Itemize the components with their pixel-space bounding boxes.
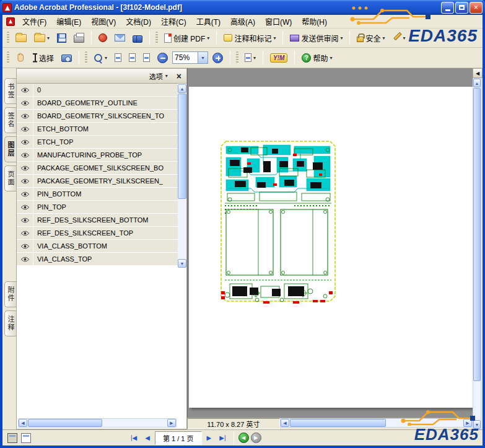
scroll-down-icon[interactable]: ▼ bbox=[178, 259, 186, 268]
document-window-icon[interactable] bbox=[6, 17, 15, 26]
layer-row[interactable]: REF_DES_SILKSCREEN_TOP bbox=[17, 227, 178, 240]
page-number-indicator[interactable]: 第 1 / 1 页 bbox=[155, 431, 202, 445]
layer-row[interactable]: BOARD_GEOMETRY_OUTLINE bbox=[17, 97, 178, 110]
send-review-button[interactable]: 发送供审阅 ▾ bbox=[287, 31, 346, 45]
collapse-pane-button[interactable]: ◀ bbox=[473, 68, 483, 78]
previous-view-button[interactable]: ◀ bbox=[238, 433, 249, 443]
layer-visibility-toggle[interactable] bbox=[17, 149, 33, 161]
sidebar-tab-attachments[interactable]: 附件 bbox=[4, 281, 16, 307]
layer-row[interactable]: PIN_TOP bbox=[17, 201, 178, 214]
toolbar-grip[interactable] bbox=[7, 32, 9, 44]
layer-row[interactable]: MANUFACTURING_PROBE_TOP bbox=[17, 149, 178, 162]
layer-row[interactable]: PACKAGE_GEOMETRY_SILKSCREEN_ bbox=[17, 175, 178, 188]
layer-visibility-toggle[interactable] bbox=[17, 214, 33, 226]
layer-visibility-toggle[interactable] bbox=[17, 97, 33, 109]
sidebar-tab-comments[interactable]: 注释 bbox=[4, 310, 16, 336]
zoom-dropdown-button[interactable]: ▾ bbox=[198, 52, 208, 63]
pdf-page[interactable] bbox=[189, 87, 473, 408]
layer-row[interactable]: 0 bbox=[17, 84, 178, 97]
panel-close-icon[interactable]: × bbox=[177, 72, 181, 81]
previous-page-button[interactable]: ◀ bbox=[142, 433, 153, 443]
maximize-button[interactable] bbox=[455, 2, 468, 14]
fit-page-button[interactable] bbox=[126, 51, 139, 64]
sidebar-tab-bookmarks[interactable]: 书签 bbox=[4, 78, 16, 104]
panel-scroll-thumb[interactable] bbox=[178, 94, 186, 199]
layer-visibility-toggle[interactable] bbox=[17, 162, 33, 174]
menu-item[interactable]: 帮助(H) bbox=[297, 14, 332, 29]
layer-visibility-toggle[interactable] bbox=[17, 188, 33, 200]
secure-button[interactable]: 安全 ▾ bbox=[354, 31, 388, 45]
layer-row[interactable]: BOARD_GEOMETRY_SILKSCREEN_TO bbox=[17, 110, 178, 123]
panel-scroll-track[interactable] bbox=[178, 93, 186, 259]
yahoo-messenger-button[interactable]: Y!M bbox=[267, 51, 291, 64]
email-button[interactable] bbox=[111, 32, 128, 43]
layer-visibility-toggle[interactable] bbox=[17, 110, 33, 122]
menu-item[interactable]: 高级(A) bbox=[225, 14, 260, 29]
toolbar-grip[interactable] bbox=[7, 51, 9, 64]
layer-visibility-toggle[interactable] bbox=[17, 240, 33, 252]
sign-button[interactable]: ▾ bbox=[389, 32, 408, 44]
layer-visibility-toggle[interactable] bbox=[17, 123, 33, 135]
menu-item[interactable]: 工具(T) bbox=[191, 14, 225, 29]
help-button[interactable]: ? 帮助 ▾ bbox=[299, 51, 335, 65]
create-pdf-button[interactable]: 创建 PDF ▾ bbox=[161, 31, 212, 45]
open-button[interactable] bbox=[12, 32, 30, 44]
menu-item[interactable]: 视图(V) bbox=[86, 14, 121, 29]
next-page-button[interactable]: ▶ bbox=[204, 433, 215, 443]
sidebar-tab-layers[interactable]: 图层 bbox=[4, 136, 16, 162]
toolbar-grip[interactable] bbox=[155, 32, 158, 44]
sidebar-tab-pages[interactable]: 页面 bbox=[4, 165, 16, 191]
zoom-out-button[interactable] bbox=[154, 51, 171, 65]
snapshot-button[interactable] bbox=[58, 51, 75, 64]
zoom-in-button[interactable] bbox=[209, 51, 226, 65]
layer-row[interactable]: VIA_CLASS_TOP bbox=[17, 253, 178, 266]
save-button[interactable] bbox=[54, 32, 69, 45]
layer-visibility-toggle[interactable] bbox=[17, 201, 33, 213]
zoom-input[interactable] bbox=[173, 53, 198, 62]
search-button[interactable] bbox=[129, 32, 146, 44]
toolbar-grip[interactable] bbox=[236, 51, 238, 64]
continuous-view-button[interactable] bbox=[21, 433, 31, 443]
menu-item[interactable]: 编辑(E) bbox=[51, 14, 86, 29]
stamp-button[interactable] bbox=[95, 32, 110, 44]
scroll-right-icon[interactable]: ▶ bbox=[167, 419, 176, 427]
scroll-left-icon[interactable]: ◀ bbox=[19, 419, 27, 427]
options-menu-button[interactable]: 选项 ▾ bbox=[149, 71, 168, 81]
page-display-button[interactable]: ▾ bbox=[242, 51, 259, 64]
menu-item[interactable]: 文件(F) bbox=[17, 14, 51, 29]
layer-visibility-toggle[interactable] bbox=[17, 84, 33, 96]
panel-horizontal-scrollbar[interactable]: ◀ ▶ bbox=[18, 418, 177, 428]
menu-item[interactable]: 窗口(W) bbox=[260, 14, 297, 29]
next-view-button[interactable]: ▶ bbox=[251, 433, 261, 443]
layer-row[interactable]: PIN_BOTTOM bbox=[17, 188, 178, 201]
actual-size-button[interactable] bbox=[111, 51, 125, 64]
select-tool-button[interactable]: 选择 bbox=[30, 51, 57, 65]
document-area[interactable] bbox=[187, 68, 473, 418]
scroll-up-icon[interactable]: ▲ bbox=[178, 84, 186, 93]
layer-row[interactable]: PACKAGE_GEOMET_SILKSCREEN_BO bbox=[17, 162, 178, 175]
hand-tool-button[interactable] bbox=[12, 51, 28, 64]
layer-visibility-toggle[interactable] bbox=[17, 253, 33, 265]
doc-vscroll-track[interactable] bbox=[473, 87, 481, 420]
last-page-button[interactable]: ▶| bbox=[216, 433, 229, 443]
print-button[interactable] bbox=[71, 31, 87, 45]
first-page-button[interactable]: |◀ bbox=[128, 433, 140, 443]
layer-visibility-toggle[interactable] bbox=[17, 136, 33, 148]
menu-item[interactable]: 注释(C) bbox=[156, 14, 191, 29]
layer-visibility-toggle[interactable] bbox=[17, 175, 33, 187]
layer-row[interactable]: REF_DES_SILKSCREEN_BOTTOM bbox=[17, 214, 178, 227]
doc-hscroll-thumb[interactable] bbox=[290, 419, 386, 427]
layer-row[interactable]: ETCH_BOTTOM bbox=[17, 123, 178, 136]
layer-row[interactable]: VIA_CLASS_BOTTOM bbox=[17, 240, 178, 253]
toolbar-grip[interactable] bbox=[85, 51, 87, 64]
comment-markup-button[interactable]: 注释和标记 ▾ bbox=[221, 31, 279, 45]
minimize-button[interactable] bbox=[441, 2, 454, 14]
panel-hscroll-thumb[interactable] bbox=[28, 419, 102, 427]
scroll-left-icon[interactable]: ◀ bbox=[281, 419, 289, 427]
fit-width-button[interactable] bbox=[140, 51, 153, 64]
layer-row[interactable]: ETCH_TOP bbox=[17, 136, 178, 149]
layer-visibility-toggle[interactable] bbox=[17, 227, 33, 239]
zoom-tool-button[interactable]: ▾ bbox=[90, 51, 110, 64]
scroll-up-icon[interactable]: ▲ bbox=[473, 79, 481, 87]
close-button[interactable]: × bbox=[470, 2, 483, 14]
